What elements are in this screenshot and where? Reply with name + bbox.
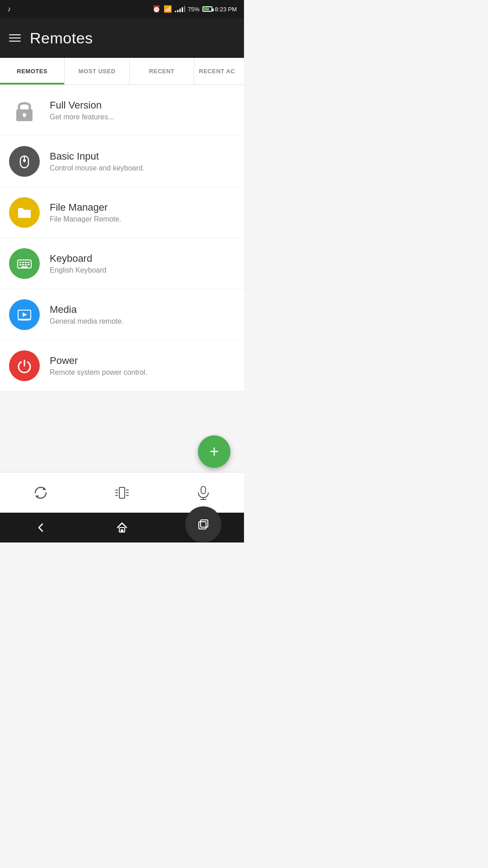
page-title: Remotes <box>30 29 93 47</box>
status-time: 8:23 PM <box>215 6 237 13</box>
svg-marker-18 <box>23 312 27 317</box>
status-left: ♪ <box>7 5 11 13</box>
hamburger-menu[interactable] <box>9 34 21 42</box>
vibrate-button[interactable] <box>104 479 140 506</box>
list-item-file-manager[interactable]: File Manager File Manager Remote. <box>0 187 244 238</box>
tab-remotes[interactable]: REMOTES <box>0 58 65 85</box>
basic-input-title: Basic Input <box>50 151 145 162</box>
remotes-list: Full Version Get more features... Basic … <box>0 85 244 392</box>
mic-button[interactable] <box>185 479 221 506</box>
basic-input-icon <box>9 146 40 177</box>
keyboard-text: Keyboard English Keyboard <box>50 253 106 274</box>
media-text: Media General media remote. <box>50 304 124 326</box>
list-item-full-version[interactable]: Full Version Get more features... <box>0 85 244 136</box>
alarm-icon: ⏰ <box>152 5 161 13</box>
media-subtitle: General media remote. <box>50 317 124 326</box>
home-button[interactable] <box>104 516 140 539</box>
svg-rect-15 <box>25 264 27 265</box>
tab-bar: REMOTES MOST USED RECENT RECENT AC <box>0 58 244 85</box>
status-bar: ♪ ⏰ 📶 75% 8:23 PM <box>0 0 244 18</box>
svg-rect-10 <box>25 262 27 263</box>
status-right: ⏰ 📶 75% 8:23 PM <box>152 5 237 13</box>
fab-plus-icon: + <box>209 443 219 460</box>
full-version-icon <box>9 95 40 126</box>
music-icon: ♪ <box>7 5 11 13</box>
svg-rect-13 <box>22 264 24 265</box>
keyboard-title: Keyboard <box>50 253 106 264</box>
basic-input-subtitle: Control mouse and keyboard. <box>50 164 145 172</box>
full-version-text: Full Version Get more features... <box>50 99 114 121</box>
full-version-subtitle: Get more features... <box>50 113 114 121</box>
refresh-button[interactable] <box>23 479 59 506</box>
svg-rect-36 <box>199 522 206 529</box>
tab-recent-ac[interactable]: RECENT AC <box>194 58 244 85</box>
svg-rect-8 <box>19 262 21 263</box>
svg-point-5 <box>23 159 26 162</box>
file-manager-icon <box>9 197 40 228</box>
battery-icon <box>202 6 212 12</box>
power-icon <box>9 350 40 381</box>
svg-rect-37 <box>201 520 208 527</box>
file-manager-title: File Manager <box>50 202 121 213</box>
media-icon <box>9 299 40 330</box>
power-subtitle: Remote system power control. <box>50 368 147 377</box>
list-item-keyboard[interactable]: Keyboard English Keyboard <box>0 238 244 289</box>
file-manager-subtitle: File Manager Remote. <box>50 215 121 223</box>
svg-rect-24 <box>119 487 125 498</box>
signal-icon <box>175 6 185 12</box>
power-text: Power Remote system power control. <box>50 355 147 377</box>
tab-most-used[interactable]: MOST USED <box>65 58 129 85</box>
svg-rect-11 <box>28 262 29 263</box>
svg-rect-14 <box>21 266 28 268</box>
keyboard-subtitle: English Keyboard <box>50 266 106 274</box>
tab-recent[interactable]: RECENT <box>130 58 194 85</box>
back-button[interactable] <box>23 516 59 539</box>
svg-rect-12 <box>19 264 21 265</box>
basic-input-text: Basic Input Control mouse and keyboard. <box>50 151 145 172</box>
battery-percent: 75% <box>188 6 200 13</box>
list-item-media[interactable]: Media General media remote. <box>0 289 244 340</box>
svg-rect-6 <box>18 211 31 218</box>
svg-rect-9 <box>22 262 24 263</box>
recents-button[interactable] <box>185 506 221 542</box>
keyboard-icon <box>9 248 40 279</box>
header: Remotes <box>0 18 244 58</box>
list-item-basic-input[interactable]: Basic Input Control mouse and keyboard. <box>0 136 244 187</box>
power-title: Power <box>50 355 147 367</box>
list-item-power[interactable]: Power Remote system power control. <box>0 340 244 392</box>
wifi-icon: 📶 <box>164 5 172 13</box>
svg-rect-31 <box>201 486 206 494</box>
nav-bar <box>0 513 244 542</box>
file-manager-text: File Manager File Manager Remote. <box>50 202 121 223</box>
recents-area <box>185 513 221 542</box>
svg-rect-2 <box>23 115 25 118</box>
add-remote-fab[interactable]: + <box>198 435 230 468</box>
media-title: Media <box>50 304 124 316</box>
full-version-title: Full Version <box>50 99 114 111</box>
svg-rect-35 <box>121 529 123 532</box>
battery-fill <box>204 8 209 10</box>
svg-rect-16 <box>28 264 29 265</box>
